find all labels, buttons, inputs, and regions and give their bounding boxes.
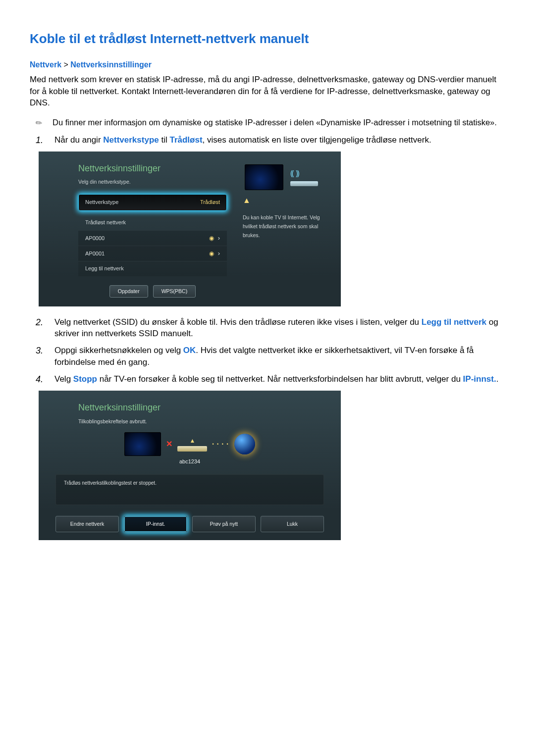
retry-button[interactable]: Prøv på nytt: [192, 516, 256, 532]
tv-icon: [124, 432, 161, 456]
wifi-item-ap0000[interactable]: AP0000 ◉ ›: [78, 230, 227, 246]
globe-icon: [234, 434, 255, 454]
status-message: Trådløs nettverkstilkoblingstest er stop…: [55, 474, 324, 505]
step-2-text: Velg nettverket (SSID) du ønsker å koble…: [54, 316, 505, 340]
wireless-section-label: Trådløst nettverk: [78, 218, 227, 230]
help-text: Du kan koble TV til Internett. Velg hvil…: [243, 213, 328, 240]
tv-preview-icon: [245, 164, 283, 190]
tvui2-subtitle: Tilkoblingsbekreftelse avbrutt.: [78, 418, 301, 425]
wifi-lock-icon: ◉: [209, 234, 214, 243]
wps-button[interactable]: WPS(PBC): [153, 285, 196, 298]
refresh-button[interactable]: Oppdater: [109, 285, 148, 298]
step-number-2: 2.: [36, 316, 46, 340]
signal-left-icon: ((: [290, 169, 293, 179]
close-button[interactable]: Lukk: [261, 516, 324, 532]
tvui2-title: Nettverksinnstillinger: [78, 402, 301, 414]
wifi-item-ap0001[interactable]: AP0001 ◉ ›: [78, 246, 227, 261]
wifi-lock-icon: ◉: [209, 250, 214, 258]
x-mark-icon: ✕: [166, 439, 172, 450]
step-3-text: Oppgi sikkerhetsnøkkelen og velg OK. Hvi…: [54, 345, 505, 368]
page-title: Koble til et trådløst Internett-nettverk…: [30, 30, 505, 48]
network-type-field[interactable]: Nettverkstype Trådløst: [78, 194, 227, 210]
wifi-item-label: AP0001: [85, 250, 205, 257]
step-1-text: Når du angir Nettverkstype til Trådløst,…: [54, 134, 505, 147]
signal-right-icon: )): [296, 169, 298, 179]
chevron-right-icon: ›: [218, 234, 220, 243]
tvui-title: Nettverksinnstillinger: [78, 162, 227, 175]
breadcrumb-sep: >: [63, 60, 68, 69]
ssid-label: abc1234: [78, 458, 301, 465]
intro-text: Med nettverk som krever en statisk IP-ad…: [30, 74, 505, 109]
add-network-item[interactable]: Legg til nettverk: [78, 261, 227, 276]
step-number-4: 4.: [36, 373, 46, 386]
ip-settings-button[interactable]: IP-innst.: [124, 516, 187, 532]
step-number-1: 1.: [36, 134, 46, 147]
tv-ui-connection-aborted: Nettverksinnstillinger Tilkoblingsbekref…: [39, 391, 341, 540]
connection-diagram: ✕ ▲ • • • •: [78, 432, 301, 456]
breadcrumb-a: Nettverk: [30, 60, 61, 69]
network-type-label: Nettverkstype: [85, 199, 118, 206]
pencil-icon: ✎: [33, 115, 48, 130]
dots-icon: • • • •: [212, 441, 229, 448]
network-type-value: Trådløst: [200, 199, 220, 206]
breadcrumb-b: Nettverksinnstillinger: [70, 60, 152, 69]
note-text: Du finner mer informasjon om dynamiske o…: [53, 117, 505, 128]
change-network-button[interactable]: Endre nettverk: [55, 516, 119, 532]
router-icon: [177, 446, 207, 452]
chevron-right-icon: ›: [218, 249, 220, 258]
router-icon: [290, 181, 318, 186]
step-number-3: 3.: [36, 345, 46, 368]
tv-ui-network-settings: Nettverksinnstillinger Velg din nettverk…: [39, 151, 341, 306]
tvui-subtitle: Velg din nettverkstype.: [78, 178, 227, 186]
wifi-item-label: AP0000: [85, 235, 205, 242]
breadcrumb: Nettverk > Nettverksinnstillinger: [30, 59, 505, 70]
wifi-signal-icon: ▲: [243, 195, 328, 206]
step-4-text: Velg Stopp når TV-en forsøker å koble se…: [54, 373, 505, 386]
wifi-icon: ▲: [189, 437, 195, 445]
note-row: ✎ Du finner mer informasjon om dynamiske…: [30, 117, 505, 128]
